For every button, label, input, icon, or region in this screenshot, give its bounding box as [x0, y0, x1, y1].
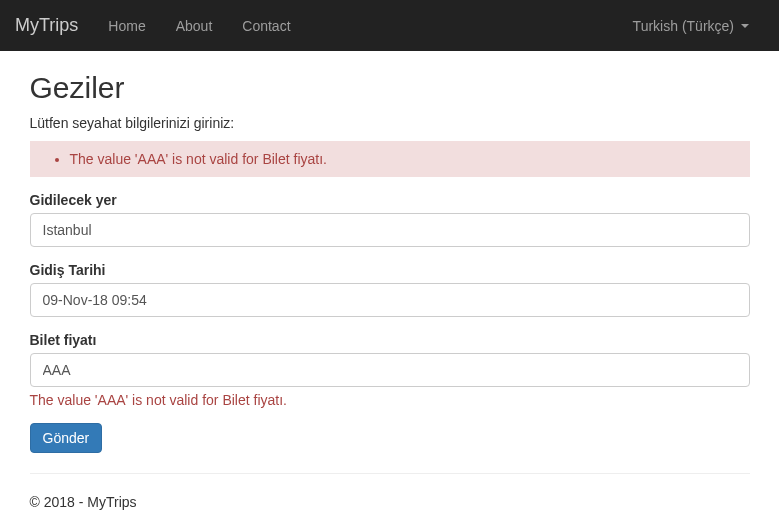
page-subtitle: Lütfen seyahat bilgilerinizi giriniz: [30, 115, 750, 131]
main-container: Geziler Lütfen seyahat bilgilerinizi gir… [15, 71, 765, 525]
form-group-submit: Gönder [30, 423, 750, 453]
navbar-right: Turkish (Türkçe) [618, 3, 764, 49]
language-label: Turkish (Türkçe) [633, 18, 734, 34]
divider [30, 473, 750, 474]
form-group-destination: Gidilecek yer [30, 192, 750, 247]
nav-home[interactable]: Home [93, 3, 160, 49]
leaving-date-input[interactable] [30, 283, 750, 317]
form-group-ticket-price: Bilet fiyatı The value 'AAA' is not vali… [30, 332, 750, 408]
form-group-leaving-date: Gidiş Tarihi [30, 262, 750, 317]
ticket-price-error: The value 'AAA' is not valid for Bilet f… [30, 392, 750, 408]
leaving-date-label: Gidiş Tarihi [30, 262, 750, 278]
footer-text: © 2018 - MyTrips [30, 494, 750, 510]
ticket-price-label: Bilet fiyatı [30, 332, 750, 348]
submit-button[interactable]: Gönder [30, 423, 103, 453]
navbar-left: MyTrips Home About Contact [15, 0, 306, 51]
nav-contact[interactable]: Contact [227, 3, 305, 49]
ticket-price-input[interactable] [30, 353, 750, 387]
brand-link[interactable]: MyTrips [15, 0, 93, 51]
validation-summary: The value 'AAA' is not valid for Bilet f… [30, 141, 750, 177]
validation-error-item: The value 'AAA' is not valid for Bilet f… [70, 149, 740, 169]
navbar: MyTrips Home About Contact Turkish (Türk… [0, 0, 779, 51]
destination-input[interactable] [30, 213, 750, 247]
page-title: Geziler [30, 71, 750, 105]
chevron-down-icon [741, 24, 749, 28]
destination-label: Gidilecek yer [30, 192, 750, 208]
footer: © 2018 - MyTrips [30, 494, 750, 525]
language-dropdown[interactable]: Turkish (Türkçe) [618, 3, 764, 49]
nav-about[interactable]: About [161, 3, 228, 49]
